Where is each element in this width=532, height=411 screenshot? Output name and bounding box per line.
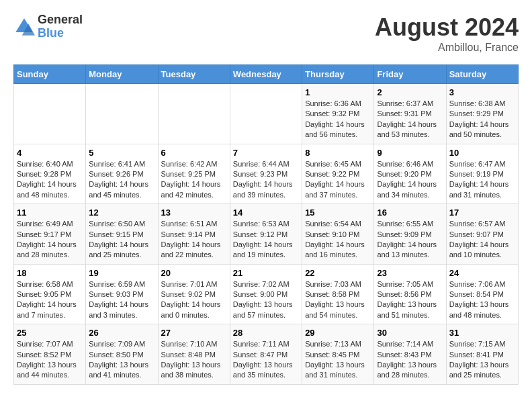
- calendar-cell: 6Sunrise: 6:42 AMSunset: 9:25 PMDaylight…: [158, 144, 230, 204]
- day-number: 11: [17, 208, 83, 218]
- day-info: Daylight: 14 hours and 45 minutes.: [89, 179, 154, 200]
- day-info: Sunrise: 7:11 AM: [233, 339, 299, 349]
- logo-general-text: General: [38, 13, 83, 27]
- day-info: Sunset: 9:07 PM: [449, 230, 515, 240]
- calendar-cell: 3Sunrise: 6:38 AMSunset: 9:29 PMDaylight…: [446, 84, 518, 144]
- day-info: Daylight: 13 hours and 51 minutes.: [377, 300, 443, 320]
- calendar-cell: 13Sunrise: 6:51 AMSunset: 9:14 PMDayligh…: [158, 204, 230, 265]
- day-info: Daylight: 14 hours and 53 minutes.: [377, 120, 443, 140]
- day-info: Sunrise: 7:09 AM: [89, 339, 154, 349]
- day-info: Daylight: 13 hours and 41 minutes.: [89, 360, 154, 381]
- header-cell-friday: Friday: [374, 65, 446, 84]
- day-number: 25: [17, 328, 83, 338]
- day-number: 13: [161, 208, 227, 218]
- day-info: Daylight: 14 hours and 16 minutes.: [305, 240, 371, 261]
- day-info: Sunrise: 7:01 AM: [161, 279, 227, 289]
- day-number: 16: [377, 208, 443, 218]
- day-number: 7: [233, 148, 299, 158]
- day-info: Daylight: 14 hours and 42 minutes.: [161, 179, 227, 200]
- day-info: Sunset: 9:05 PM: [17, 289, 83, 300]
- calendar-cell: 4Sunrise: 6:40 AMSunset: 9:28 PMDaylight…: [14, 144, 86, 204]
- calendar-cell: 17Sunrise: 6:57 AMSunset: 9:07 PMDayligh…: [446, 204, 518, 265]
- day-number: 19: [89, 268, 154, 278]
- day-info: Daylight: 14 hours and 48 minutes.: [17, 179, 83, 200]
- calendar-cell: 27Sunrise: 7:10 AMSunset: 8:48 PMDayligh…: [158, 324, 230, 385]
- day-number: 9: [377, 148, 443, 158]
- week-row-3: 11Sunrise: 6:49 AMSunset: 9:17 PMDayligh…: [14, 204, 519, 265]
- day-info: Sunrise: 7:03 AM: [305, 279, 371, 289]
- day-info: Daylight: 13 hours and 44 minutes.: [17, 360, 83, 381]
- day-info: Sunset: 8:56 PM: [377, 289, 443, 300]
- day-info: Sunset: 9:31 PM: [377, 109, 443, 119]
- header-cell-monday: Monday: [86, 65, 158, 84]
- day-info: Sunset: 8:50 PM: [89, 350, 154, 360]
- day-number: 18: [17, 268, 83, 278]
- day-info: Sunrise: 7:07 AM: [17, 339, 83, 349]
- day-number: 20: [161, 268, 227, 278]
- day-info: Sunset: 9:32 PM: [305, 109, 371, 119]
- day-info: Daylight: 13 hours and 38 minutes.: [161, 360, 227, 381]
- calendar-cell: 22Sunrise: 7:03 AMSunset: 8:58 PMDayligh…: [302, 264, 374, 324]
- calendar-cell: 15Sunrise: 6:54 AMSunset: 9:10 PMDayligh…: [302, 204, 374, 265]
- day-info: Daylight: 14 hours and 31 minutes.: [449, 179, 515, 200]
- day-info: Sunrise: 6:45 AM: [305, 159, 371, 169]
- logo: General Blue: [13, 13, 83, 40]
- calendar-header: SundayMondayTuesdayWednesdayThursdayFrid…: [14, 65, 519, 84]
- main-title: August 2024: [375, 13, 519, 42]
- day-info: Daylight: 14 hours and 0 minutes.: [161, 300, 227, 320]
- day-info: Sunrise: 7:10 AM: [161, 339, 227, 349]
- day-info: Sunrise: 6:49 AM: [17, 219, 83, 229]
- calendar-cell: 24Sunrise: 7:06 AMSunset: 8:54 PMDayligh…: [446, 264, 518, 324]
- day-number: 1: [305, 87, 371, 97]
- day-number: 27: [161, 328, 227, 338]
- calendar-cell: [86, 84, 158, 144]
- day-info: Daylight: 13 hours and 31 minutes.: [305, 360, 371, 381]
- day-info: Sunrise: 6:41 AM: [89, 159, 154, 169]
- day-info: Daylight: 13 hours and 48 minutes.: [449, 300, 515, 320]
- day-info: Sunset: 9:26 PM: [89, 169, 154, 179]
- title-area: August 2024 Ambillou, France: [375, 13, 519, 54]
- day-info: Sunset: 8:47 PM: [233, 350, 299, 360]
- day-info: Sunset: 8:52 PM: [17, 350, 83, 360]
- day-info: Sunset: 9:20 PM: [377, 169, 443, 179]
- day-info: Sunset: 9:28 PM: [17, 169, 83, 179]
- calendar-body: 1Sunrise: 6:36 AMSunset: 9:32 PMDaylight…: [14, 84, 519, 385]
- calendar-cell: 30Sunrise: 7:14 AMSunset: 8:43 PMDayligh…: [374, 324, 446, 385]
- day-info: Sunrise: 7:06 AM: [449, 279, 515, 289]
- day-info: Sunset: 9:09 PM: [377, 230, 443, 240]
- calendar-cell: 8Sunrise: 6:45 AMSunset: 9:22 PMDaylight…: [302, 144, 374, 204]
- calendar-cell: 31Sunrise: 7:15 AMSunset: 8:41 PMDayligh…: [446, 324, 518, 385]
- day-info: Daylight: 14 hours and 25 minutes.: [89, 240, 154, 261]
- day-info: Daylight: 13 hours and 57 minutes.: [233, 300, 299, 320]
- calendar-cell: 5Sunrise: 6:41 AMSunset: 9:26 PMDaylight…: [86, 144, 158, 204]
- day-info: Sunset: 9:12 PM: [233, 230, 299, 240]
- day-info: Sunset: 9:19 PM: [449, 169, 515, 179]
- day-info: Sunrise: 6:51 AM: [161, 219, 227, 229]
- day-info: Sunrise: 7:15 AM: [449, 339, 515, 349]
- day-info: Sunrise: 6:37 AM: [377, 99, 443, 109]
- day-number: 22: [305, 268, 371, 278]
- day-info: Sunset: 9:17 PM: [17, 230, 83, 240]
- day-info: Sunset: 8:48 PM: [161, 350, 227, 360]
- day-info: Daylight: 14 hours and 7 minutes.: [17, 300, 83, 320]
- calendar-cell: 26Sunrise: 7:09 AMSunset: 8:50 PMDayligh…: [86, 324, 158, 385]
- day-info: Daylight: 13 hours and 35 minutes.: [233, 360, 299, 381]
- day-number: 15: [305, 208, 371, 218]
- day-info: Sunrise: 6:55 AM: [377, 219, 443, 229]
- day-info: Daylight: 13 hours and 25 minutes.: [449, 360, 515, 381]
- day-info: Sunrise: 6:44 AM: [233, 159, 299, 169]
- day-info: Sunset: 8:54 PM: [449, 289, 515, 300]
- day-number: 4: [17, 148, 83, 158]
- day-number: 26: [89, 328, 154, 338]
- calendar-cell: 25Sunrise: 7:07 AMSunset: 8:52 PMDayligh…: [14, 324, 86, 385]
- day-info: Sunrise: 6:54 AM: [305, 219, 371, 229]
- day-number: 5: [89, 148, 154, 158]
- calendar-cell: 29Sunrise: 7:13 AMSunset: 8:45 PMDayligh…: [302, 324, 374, 385]
- calendar-cell: 11Sunrise: 6:49 AMSunset: 9:17 PMDayligh…: [14, 204, 86, 265]
- calendar-cell: 20Sunrise: 7:01 AMSunset: 9:02 PMDayligh…: [158, 264, 230, 324]
- day-info: Daylight: 14 hours and 10 minutes.: [449, 240, 515, 261]
- day-info: Sunset: 9:02 PM: [161, 289, 227, 300]
- calendar-cell: 16Sunrise: 6:55 AMSunset: 9:09 PMDayligh…: [374, 204, 446, 265]
- header-cell-thursday: Thursday: [302, 65, 374, 84]
- day-info: Sunrise: 7:05 AM: [377, 279, 443, 289]
